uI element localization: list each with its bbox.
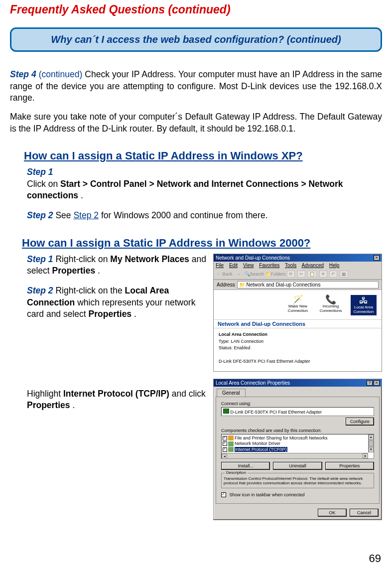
address-field[interactable]: 📁 Network and Dial-up Connections	[237, 281, 379, 288]
xp-step1-path: Start > Control Panel > Network and Inte…	[27, 179, 343, 201]
step4-label: Step 4	[10, 69, 36, 79]
w2k-step2-label: Step 2	[27, 286, 53, 295]
tool-icon[interactable]: ↶	[329, 271, 337, 278]
ndu-detail-name: Local Area Connection	[219, 332, 267, 337]
wizard-icon: 🪄	[285, 295, 311, 305]
scroll-thumb[interactable]	[369, 440, 374, 446]
list-item[interactable]: Internet Protocol (TCP/IP)	[223, 447, 373, 452]
ndu-window: Network and Dial-up Connections × File E…	[213, 254, 382, 372]
props-window: Local Area Connection Properties ? × Gen…	[213, 379, 382, 521]
list-item[interactable]: File and Printer Sharing for Microsoft N…	[223, 435, 373, 441]
xp-step1-pre: Click on	[27, 179, 60, 189]
adapter-icon	[223, 409, 229, 414]
close-icon[interactable]: ×	[374, 380, 380, 386]
icon-incoming-connections[interactable]: 📞Incoming Connections	[318, 295, 344, 315]
w2k-step1-pre: Right-click on	[55, 254, 110, 264]
ndu-title-bar[interactable]: Network and Dial-up Connections ×	[214, 254, 382, 262]
xp-step2-post: for Windows 2000 and continue from there…	[101, 210, 268, 220]
w2k-step1-b1: My Network Places	[110, 254, 189, 264]
menu-edit[interactable]: Edit	[229, 263, 238, 268]
phone-icon: 📞	[318, 295, 344, 305]
ndu-adapter: D-Link DFE-530TX PCI Fast Ethernet Adapt…	[219, 359, 310, 364]
checkbox-icon[interactable]	[223, 447, 227, 452]
scrollbar-vertical[interactable]: ▴ ▾	[368, 434, 374, 452]
scroll-up-icon[interactable]: ▴	[369, 434, 374, 440]
tool-icon[interactable]: ▦	[340, 271, 348, 278]
xp-step1-para: Step 1 Click on Start > Control Panel > …	[27, 166, 382, 202]
icon-local-area-connection[interactable]: 🖧Local Area Connection	[351, 295, 377, 315]
menu-favorites[interactable]: Favorites	[259, 263, 279, 268]
components-listbox[interactable]: File and Printer Sharing for Microsoft N…	[221, 434, 374, 459]
xp-step2-para: Step 2 See Step 2 for Windows 2000 and c…	[27, 210, 382, 222]
toolbar-search[interactable]: Search	[250, 272, 264, 277]
close-icon[interactable]: ×	[374, 255, 380, 261]
w2k-step1-label: Step 1	[27, 254, 53, 264]
service-icon	[228, 435, 234, 440]
xp-heading[interactable]: How can I assign a Static IP Address in …	[24, 149, 382, 162]
tool-icon[interactable]: ⟳	[287, 271, 295, 278]
xp-step1-label: Step 1	[27, 167, 53, 177]
page-title: Frequently Asked Questions (continued)	[10, 3, 382, 16]
xp-step1-post: .	[81, 190, 83, 200]
question-banner: Why can´t I access the web based configu…	[10, 27, 382, 52]
ndu-status-value: Enabled	[234, 345, 251, 350]
tab-general[interactable]: General	[217, 389, 246, 397]
help-icon[interactable]: ?	[367, 380, 373, 386]
list-item[interactable]: Network Monitor Driver	[223, 441, 373, 446]
menu-help[interactable]: Help	[329, 263, 340, 268]
toolbar-folders[interactable]: Folders	[271, 272, 286, 277]
xp-step2-link[interactable]: Step 2	[73, 210, 99, 220]
w2k-highlight-mid: and click	[172, 389, 206, 399]
tool-icon[interactable]: 📋	[307, 271, 317, 278]
scroll-down-icon[interactable]: ▾	[369, 447, 374, 452]
ok-button[interactable]: OK	[318, 509, 347, 517]
props-body: Connect using: D-Link DFE-530TX PCI Fast…	[216, 397, 380, 504]
scroll-left-icon[interactable]: ◂	[222, 454, 227, 459]
page-number: 69	[369, 552, 381, 565]
scrollbar-horizontal[interactable]: ◂ ▸	[222, 453, 368, 458]
service-icon	[228, 441, 234, 446]
menu-tools[interactable]: Tools	[285, 263, 296, 268]
w2k-step2-pre: Right-click on the	[55, 286, 125, 295]
props-title-bar[interactable]: Local Area Connection Properties ? ×	[214, 379, 382, 387]
w2k-highlight-para: Highlight Internet Protocol (TCP/IP) and…	[27, 388, 206, 412]
menu-advanced[interactable]: Advanced	[302, 263, 324, 268]
checkbox-icon[interactable]	[223, 436, 227, 440]
w2k-step1-para: Step 1 Right-click on My Network Places …	[27, 254, 206, 277]
icon-make-new-connection[interactable]: 🪄Make New Connection	[285, 295, 311, 315]
tool-icon[interactable]: ✂	[297, 271, 305, 278]
menu-view[interactable]: View	[243, 263, 254, 268]
w2k-highlight-b1: Internet Protocol (TCP/IP)	[63, 389, 169, 399]
properties-button[interactable]: Properties	[325, 462, 374, 470]
components-label: Components checked are used by this conn…	[221, 428, 374, 433]
w2k-heading[interactable]: How can I assign a Static IP Address in …	[22, 237, 382, 250]
description-text: Transmission Control Protocol/Internet P…	[224, 476, 363, 486]
ndu-panel-title: Network and Dial-up Connections	[214, 319, 382, 328]
w2k-step2-post: .	[134, 309, 136, 319]
tool-icon[interactable]: ✕	[319, 271, 327, 278]
w2k-highlight-pre: Highlight	[27, 389, 63, 399]
toolbar-back[interactable]: Back	[223, 272, 233, 277]
uninstall-button[interactable]: Uninstall	[273, 462, 322, 470]
ndu-type-label: Type:	[219, 339, 230, 344]
show-icon-checkbox-row[interactable]: Show icon in taskbar when connected	[221, 492, 374, 498]
menu-file[interactable]: File	[216, 263, 224, 268]
ndu-menu-bar[interactable]: File Edit View Favorites Tools Advanced …	[214, 262, 382, 269]
connect-using-label: Connect using:	[221, 401, 374, 406]
description-box: Description Transmission Control Protoco…	[221, 473, 374, 488]
ndu-type-value: LAN Connection	[231, 339, 264, 344]
configure-button[interactable]: Configure	[346, 418, 374, 426]
show-icon-label: Show icon in taskbar when connected	[230, 492, 305, 497]
w2k-step2-para: Step 2 Right-click on the Local Area Con…	[27, 285, 206, 320]
adapter-field: D-Link DFE-530TX PCI Fast Ethernet Adapt…	[221, 407, 374, 416]
cancel-button[interactable]: Cancel	[350, 509, 379, 517]
checkbox-icon[interactable]	[223, 441, 227, 446]
step4-paragraph-b: Make sure you take note of your computer…	[10, 111, 382, 135]
scroll-right-icon[interactable]: ▸	[363, 453, 368, 458]
checkbox-icon[interactable]	[221, 492, 226, 497]
ndu-toolbar[interactable]: ← Back · → · 🔍Search 📁Folders ⟳ ✂ 📋 ✕ ↶ …	[214, 269, 382, 280]
ndu-address-bar[interactable]: Address 📁 Network and Dial-up Connection…	[214, 280, 382, 290]
install-button[interactable]: Install...	[221, 462, 270, 470]
w2k-step1-b2: Properties	[52, 266, 96, 276]
xp-step2-pre: See	[55, 210, 73, 220]
